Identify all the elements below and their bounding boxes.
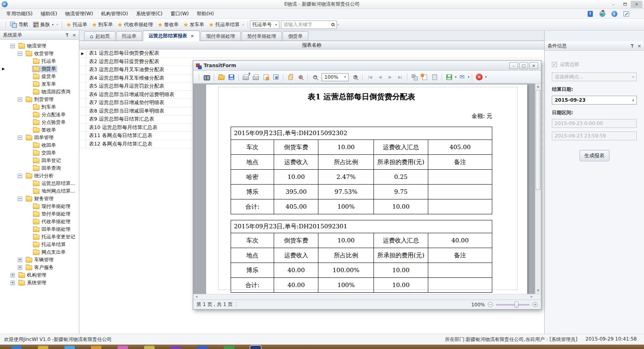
- favorite-shortcut[interactable]: ★托运单: [64, 20, 90, 29]
- search-button[interactable]: [329, 21, 336, 29]
- tree-expander[interactable]: −: [18, 174, 22, 178]
- taskbar-app-icon[interactable]: [38, 346, 48, 349]
- export-dropdown-icon[interactable]: ▾: [455, 75, 456, 79]
- help-icon[interactable]: ?: [587, 10, 593, 17]
- tree-expander[interactable]: +: [18, 258, 22, 262]
- tree-expander[interactable]: +: [10, 273, 15, 277]
- minimize-button[interactable]: –: [509, 62, 518, 69]
- close-button[interactable]: ×: [631, 1, 642, 8]
- info-icon[interactable]: i: [611, 10, 617, 17]
- tree-item[interactable]: 收回单: [0, 142, 79, 149]
- prev-page-icon[interactable]: ◀: [375, 73, 384, 82]
- tree-expander[interactable]: −: [18, 197, 22, 201]
- favorite-shortcut[interactable]: ★到车单: [90, 20, 116, 29]
- taskbar-app-icon[interactable]: [197, 346, 208, 349]
- tree-item[interactable]: 托运单: [0, 57, 79, 65]
- settle-date-select[interactable]: 2015-09-23 ▾: [552, 96, 637, 105]
- preview-overflow-icon[interactable]: ▾: [485, 75, 487, 79]
- tree-item[interactable]: 签收单: [0, 126, 79, 134]
- toolbar-grip[interactable]: [60, 21, 62, 28]
- tree-item[interactable]: 托运单变更登记: [0, 233, 79, 241]
- favorite-shortcut[interactable]: ★托运单结算: [206, 20, 242, 29]
- close-button[interactable]: ×: [529, 62, 538, 69]
- tree-item[interactable]: 回单登记: [0, 157, 79, 164]
- scrollbar-thumb[interactable]: [536, 90, 541, 190]
- taskbar-app-icon[interactable]: [64, 346, 75, 349]
- tab-close-icon[interactable]: ×: [190, 33, 194, 39]
- tree-item[interactable]: 网点支出单: [0, 248, 79, 256]
- favorite-shortcut[interactable]: ★签收单: [155, 20, 181, 29]
- tree-item[interactable]: −统计分析: [0, 172, 79, 180]
- keyword-input[interactable]: [281, 21, 329, 28]
- thumbnails-icon[interactable]: [410, 73, 419, 82]
- pin-icon[interactable]: [65, 33, 69, 37]
- save-icon[interactable]: [227, 73, 236, 82]
- favorite-shortcut[interactable]: ★代收单据处理: [115, 20, 155, 29]
- windows-taskbar[interactable]: [0, 345, 644, 349]
- menu-item[interactable]: 常用功能(S): [2, 9, 37, 19]
- taskbar-app-icon[interactable]: [144, 346, 155, 349]
- menu-item[interactable]: 辅助(E): [37, 9, 61, 19]
- tree-expander[interactable]: +: [18, 265, 22, 270]
- close-preview-icon[interactable]: ×: [475, 73, 484, 82]
- tree-expander[interactable]: −: [18, 135, 22, 140]
- zoom-out-icon[interactable]: −: [310, 73, 320, 82]
- first-page-icon[interactable]: |◀: [365, 73, 374, 82]
- tab[interactable]: 运营总部结算报表×: [143, 31, 200, 41]
- zoom-in-button[interactable]: +: [533, 302, 538, 307]
- zoom-select[interactable]: 100% ▾: [322, 73, 349, 81]
- page-setup-icon[interactable]: [261, 73, 270, 82]
- zoom-out-button[interactable]: −: [488, 302, 493, 307]
- close-icon[interactable]: ×: [72, 33, 76, 37]
- toolbar-overflow-icon[interactable]: ▾: [56, 23, 58, 27]
- tree-item[interactable]: 回单单据处理: [0, 226, 79, 233]
- tree-expander[interactable]: +: [10, 281, 15, 285]
- tree-item[interactable]: 现付单据处理: [0, 203, 79, 210]
- scale-page-icon[interactable]: [271, 73, 281, 82]
- vertical-scrollbar[interactable]: ▲ ▼: [535, 84, 541, 294]
- menu-item[interactable]: 机构管理(O): [97, 9, 132, 19]
- next-page-icon[interactable]: ▶: [385, 73, 394, 82]
- taskbar-app-icon[interactable]: [11, 346, 22, 349]
- tree-expander[interactable]: −: [18, 51, 22, 56]
- scroll-up-icon[interactable]: ▲: [535, 84, 541, 90]
- tree-item[interactable]: 地州网点结算...: [0, 187, 79, 195]
- zoom-in-icon[interactable]: +: [351, 73, 360, 82]
- menu-item[interactable]: 帮助(H): [193, 9, 218, 19]
- horizontal-scrollbar[interactable]: ◀ ▶: [193, 294, 541, 300]
- email-icon[interactable]: ✉: [457, 73, 466, 82]
- toolbar-grip[interactable]: [4, 21, 6, 28]
- close-icon[interactable]: ×: [638, 44, 641, 48]
- taskbar-app-icon[interactable]: [171, 346, 181, 349]
- range-end-field[interactable]: 2015-09-23 23:59:59: [552, 131, 637, 140]
- maximize-button[interactable]: □: [519, 62, 528, 69]
- tab[interactable]: 倒货单: [283, 31, 308, 41]
- print-dialog-icon[interactable]: ?: [241, 73, 250, 82]
- watermark-icon[interactable]: [420, 73, 429, 82]
- tab[interactable]: 托运单: [116, 31, 142, 41]
- tree-item[interactable]: 托运单结算: [0, 241, 79, 248]
- print-icon[interactable]: [251, 73, 260, 82]
- pin-icon[interactable]: [630, 44, 634, 48]
- taskbar-app-icon[interactable]: [250, 346, 261, 349]
- tree-item[interactable]: 提货单: [0, 73, 79, 80]
- tree-item[interactable]: −到货管理: [0, 96, 79, 103]
- range-start-field[interactable]: 2015-09-23 0:00:00: [552, 119, 637, 128]
- tree-item[interactable]: 运营总部结算...: [0, 180, 79, 187]
- menu-item[interactable]: 物流管理(W): [61, 9, 97, 19]
- globe-icon[interactable]: [599, 10, 605, 17]
- restore-button[interactable]: [619, 1, 631, 8]
- skin-button[interactable]: 换肤 ▾: [31, 20, 56, 29]
- pan-hand-icon[interactable]: [286, 73, 295, 82]
- tree-expander[interactable]: −: [18, 97, 22, 102]
- report-row[interactable]: ▶表1 运营总部每日倒货费分配表: [79, 49, 544, 58]
- minimize-button[interactable]: –: [607, 1, 619, 8]
- tree-item[interactable]: 垫付单据处理: [0, 210, 79, 218]
- zoom-slider-thumb[interactable]: [514, 302, 518, 308]
- tree-item[interactable]: 发车单: [0, 80, 79, 88]
- tree-item[interactable]: 回单查询: [0, 164, 79, 172]
- search-overflow-icon[interactable]: ▾: [337, 23, 339, 27]
- tree-item[interactable]: 分点验货单: [0, 119, 79, 126]
- edit-page-icon[interactable]: [430, 73, 439, 82]
- tree-item[interactable]: 分点配送单: [0, 111, 79, 119]
